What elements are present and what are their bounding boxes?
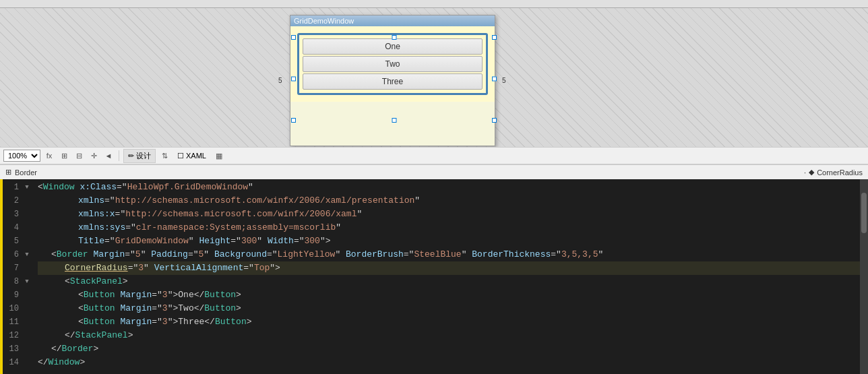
design-icon: ✏ xyxy=(128,152,134,160)
vertical-scrollbar[interactable] xyxy=(860,179,868,374)
xaml-preview-window: GridDemoWindow One Two Three xyxy=(290,15,495,146)
gutter-11: 11 xyxy=(3,315,19,329)
gutter-13: 13 xyxy=(3,342,19,356)
code-line-7: CornerRadius="3" VerticalAlignment="Top"… xyxy=(38,261,860,275)
collapse-1[interactable]: ▼ xyxy=(22,181,32,194)
collapse-7 xyxy=(22,261,32,275)
code-line-11: <Button Margin="3">Three</Button> xyxy=(38,315,860,329)
separator: · xyxy=(804,168,806,177)
code-line-6: <Border Margin="5" Padding="5" Backgroun… xyxy=(38,248,860,261)
zoom-select[interactable]: 100% xyxy=(3,150,40,162)
grid-icon2[interactable]: ⊟ xyxy=(73,150,85,162)
code-line-13: </Border> xyxy=(38,342,860,356)
collapse-9 xyxy=(22,288,32,302)
collapse-14 xyxy=(22,356,32,369)
collapse-5 xyxy=(22,235,32,248)
margin-label-left: 5 xyxy=(278,77,282,84)
gutter-4: 4 xyxy=(3,221,19,235)
property-icon: ◆ xyxy=(809,168,814,177)
code-line-12: </StackPanel> xyxy=(38,329,860,342)
gutter-5: 5 xyxy=(3,235,19,248)
code-line-8: <StackPanel> xyxy=(38,275,860,288)
preview-button-two[interactable]: Two xyxy=(303,56,483,72)
property-name: CornerRadius xyxy=(817,168,863,177)
collapse-4 xyxy=(22,221,32,235)
gutter-8: 8 xyxy=(3,275,19,288)
table-icon[interactable]: ▦ xyxy=(213,150,225,162)
preview-title: GridDemoWindow xyxy=(294,17,354,25)
collapse-2 xyxy=(22,194,32,208)
collapse-13 xyxy=(22,342,32,356)
xaml-tab[interactable]: ☐ XAML xyxy=(173,150,210,162)
collapse-column: ▼ ▼ ▼ xyxy=(22,179,32,374)
border-box: One Two Three xyxy=(297,33,488,95)
status-bar: ⊞ Border · ◆ CornerRadius xyxy=(0,164,868,179)
code-line-3: xmlns:x="http://schemas.microsoft.com/wi… xyxy=(38,208,860,221)
code-line-1: <Window x:Class="HelloWpf.GridDemoWindow… xyxy=(38,181,860,194)
code-line-5: Title="GridDemoWindow" Height="300" Widt… xyxy=(38,235,860,248)
crosshair-icon[interactable]: ✛ xyxy=(88,150,100,162)
xaml-label: XAML xyxy=(186,152,206,160)
code-lines: <Window x:Class="HelloWpf.GridDemoWindow… xyxy=(32,179,860,374)
gutter-7: 7 xyxy=(3,261,19,275)
border-box-inner: One Two Three xyxy=(303,38,483,90)
gutter-14: 14 xyxy=(3,356,19,369)
grid-view-icon[interactable]: ⊞ xyxy=(58,150,70,162)
preview-titlebar: GridDemoWindow xyxy=(290,15,495,26)
gutter-12: 12 xyxy=(3,329,19,342)
code-editor: 1 2 3 4 5 6 7 8 9 10 11 12 13 14 ▼ ▼ ▼ xyxy=(0,179,868,374)
collapse-6[interactable]: ▼ xyxy=(22,248,32,261)
preview-button-three[interactable]: Three xyxy=(303,73,483,90)
gutter-9: 9 xyxy=(3,288,19,302)
arrow-left-icon[interactable]: ◄ xyxy=(102,150,115,162)
collapse-11 xyxy=(22,315,32,329)
code-line-10: <Button Margin="3">Two</Button> xyxy=(38,302,860,315)
fx-button[interactable]: fx xyxy=(43,150,55,162)
top-scrollbar[interactable] xyxy=(0,0,868,8)
preview-content: One Two Three xyxy=(290,26,495,102)
design-tab[interactable]: ✏ 设计 xyxy=(123,149,156,163)
collapse-10 xyxy=(22,302,32,315)
bottom-toolbar: 100% fx ⊞ ⊟ ✛ ◄ ✏ 设计 ⇅ ☐ XAML ▦ xyxy=(0,147,868,164)
gutter-2: 2 xyxy=(3,194,19,208)
gutter-1: 1 xyxy=(3,181,19,194)
margin-label-right: 5 xyxy=(502,77,506,84)
code-line-4: xmlns:sys="clr-namespace:System;assembly… xyxy=(38,221,860,235)
scrollbar-thumb[interactable] xyxy=(861,193,867,233)
sort-icon[interactable]: ⇅ xyxy=(158,150,170,162)
collapse-3 xyxy=(22,208,32,221)
breadcrumb-name: Border xyxy=(15,168,37,177)
status-bar-right: · ◆ CornerRadius xyxy=(804,168,863,177)
gutter-10: 10 xyxy=(3,302,19,315)
preview-button-one[interactable]: One xyxy=(303,38,483,55)
toolbar-separator-1 xyxy=(119,150,119,161)
line-numbers-gutter: 1 2 3 4 5 6 7 8 9 10 11 12 13 14 xyxy=(3,179,22,374)
design-label: 设计 xyxy=(136,151,151,161)
design-area: GridDemoWindow One Two Three 5 5 xyxy=(0,0,868,147)
breadcrumb-icon: ⊞ xyxy=(5,168,11,177)
code-line-2: xmlns="http://schemas.microsoft.com/winf… xyxy=(38,194,860,208)
collapse-8[interactable]: ▼ xyxy=(22,275,32,288)
collapse-12 xyxy=(22,329,32,342)
code-line-14: </Window> xyxy=(38,356,860,369)
gutter-6: 6 xyxy=(3,248,19,261)
gutter-3: 3 xyxy=(3,208,19,221)
code-line-9: <Button Margin="3">One</Button> xyxy=(38,288,860,302)
xaml-box-icon: ☐ xyxy=(177,152,184,160)
